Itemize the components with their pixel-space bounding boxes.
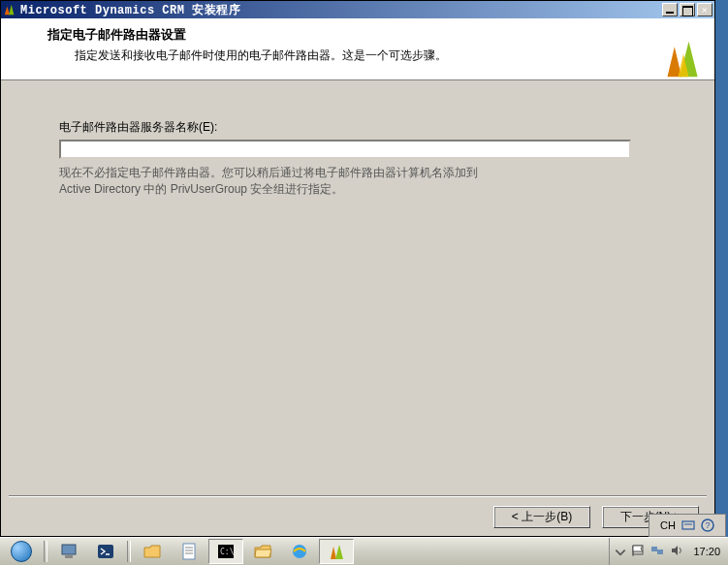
- svg-rect-0: [682, 521, 694, 529]
- ime-indicator[interactable]: CH: [660, 519, 676, 531]
- svg-text:?: ?: [705, 520, 710, 530]
- taskbar: C:\ 17:20: [0, 537, 728, 565]
- taskbar-powershell-icon[interactable]: [88, 539, 123, 564]
- tray-clock[interactable]: 17:20: [689, 546, 724, 557]
- window-controls: ×: [662, 3, 712, 16]
- system-tray: 17:20: [609, 538, 728, 565]
- ime-pad-icon[interactable]: [681, 518, 695, 532]
- installer-window: Microsoft Dynamics CRM 安装程序 × 指定电子邮件路由器设…: [0, 0, 715, 537]
- help-line-2: Active Directory 中的 PrivUserGroup 安全组进行指…: [59, 182, 343, 196]
- tray-network-icon[interactable]: [650, 544, 664, 560]
- tray-expand-icon[interactable]: [614, 546, 625, 557]
- help-text: 现在不必指定电子邮件路由器。您可以稍后通过将电子邮件路由器计算机名添加到 Act…: [59, 165, 656, 198]
- tray-volume-icon[interactable]: [670, 544, 683, 560]
- svg-rect-5: [65, 555, 73, 558]
- taskbar-folder-open-icon[interactable]: [245, 539, 280, 564]
- wizard-content: 电子邮件路由器服务器名称(E): 现在不必指定电子邮件路由器。您可以稍后通过将电…: [1, 80, 714, 198]
- dynamics-logo-icon: [662, 38, 705, 80]
- minimize-button[interactable]: [662, 3, 678, 16]
- svg-rect-7: [183, 544, 195, 559]
- titlebar[interactable]: Microsoft Dynamics CRM 安装程序 ×: [1, 1, 714, 18]
- page-title: 指定电子邮件路由器设置: [47, 26, 714, 44]
- tray-flag-icon[interactable]: [631, 544, 645, 560]
- wizard-header: 指定电子邮件路由器设置 指定发送和接收电子邮件时使用的电子邮件路由器。这是一个可…: [1, 18, 714, 80]
- taskbar-ie-icon[interactable]: [282, 539, 317, 564]
- language-bar[interactable]: CH ?: [649, 514, 726, 537]
- page-subtitle: 指定发送和接收电子邮件时使用的电子邮件路由器。这是一个可选步骤。: [75, 47, 714, 64]
- svg-rect-17: [657, 549, 663, 554]
- taskbar-server-manager-icon[interactable]: [51, 539, 86, 564]
- svg-rect-16: [651, 547, 657, 551]
- start-button[interactable]: [2, 539, 41, 565]
- router-input[interactable]: [59, 140, 631, 159]
- svg-rect-4: [62, 545, 76, 554]
- router-label: 电子邮件路由器服务器名称(E):: [59, 119, 656, 136]
- start-orb-icon: [11, 541, 32, 562]
- taskbar-explorer-icon[interactable]: [135, 539, 170, 564]
- app-icon: [3, 3, 16, 16]
- taskbar-separator: [44, 541, 47, 562]
- taskbar-notepad-icon[interactable]: [172, 539, 206, 564]
- taskbar-separator-2: [127, 541, 131, 562]
- help-line-1: 现在不必指定电子邮件路由器。您可以稍后通过将电子邮件路由器计算机名添加到: [59, 166, 478, 179]
- help-icon[interactable]: ?: [701, 518, 714, 532]
- svg-text:C:\: C:\: [220, 548, 235, 556]
- window-title: Microsoft Dynamics CRM 安装程序: [20, 2, 662, 18]
- separator: [9, 495, 707, 497]
- maximize-button[interactable]: [680, 3, 695, 16]
- taskbar-dynamics-icon[interactable]: [319, 539, 354, 564]
- close-button[interactable]: ×: [697, 3, 712, 16]
- back-button[interactable]: < 上一步(B): [493, 506, 590, 528]
- taskbar-cmd-icon[interactable]: C:\: [208, 539, 243, 564]
